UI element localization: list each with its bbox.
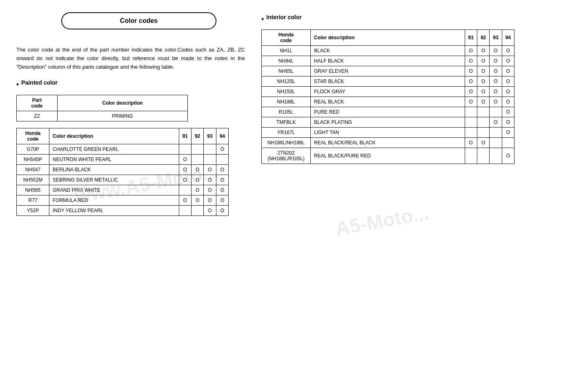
painted-bullet: • [16,81,19,88]
color-desc-header: Color description [58,95,188,111]
honda-code-cell: R77 [17,195,49,206]
int-year-94-cell: O [502,87,514,97]
int-year-93-cell [490,148,502,164]
int-color-desc-cell: BLACK [311,46,465,56]
int-year-92-cell: O [477,138,489,148]
table-row: Y52P INDY YELLOW PEARL O O [17,206,229,216]
year-91-cell [179,185,191,195]
int-year-94-cell [502,138,514,148]
int-color-desc-cell: REAL BLACK/PURE RED [311,148,465,164]
table-row: NH565 GRAND PRIX WHITE O O O [17,185,229,195]
int-year-92-cell [477,148,489,164]
left-panel: Color codes The color code at the end of… [16,12,245,224]
int-year-93-cell: O [490,66,502,76]
int-year-94-cell: O [502,56,514,66]
table-row: NH188L REAL BLACK O O O O [262,97,514,107]
int-year-94-cell: O [502,97,514,107]
year-92-cell [191,144,203,155]
color-desc-cell: SEBRING SILVER METALLIC [49,175,179,185]
part-code-header: Partcode [17,95,58,111]
year-94-cell: O [216,175,228,185]
int-year-92-cell [477,107,489,117]
int-year-91-cell: O [465,97,477,107]
honda-code-cell: NH552M [17,175,49,185]
table-row: YR167L LIGHT TAN O [262,128,514,138]
int-honda-code-header: Hondacode [262,30,311,46]
int-year-92-cell: O [477,46,489,56]
year-92-cell: O [191,165,203,175]
int-honda-code-cell: R105L [262,107,311,117]
table-row: G70P CHARLOTTE GREEN PEARL O [17,144,229,155]
honda-code-cell: Y52P [17,206,49,216]
year-93-cell: O [204,185,216,195]
year-92-header: 92 [191,128,203,144]
color-desc-cell: NEUTRON WHITE PEARL [49,155,179,165]
int-year-94-header: 94 [502,30,514,46]
year-93-cell [204,155,216,165]
year-92-cell [191,206,203,216]
int-year-92-cell [477,128,489,138]
int-year-93-cell [490,128,502,138]
color-desc-cell: PRIMING [58,111,188,121]
table-row: ZZ PRIMING [17,111,188,121]
table-row: NH120L STAR BLACK O O O O [262,76,514,87]
int-honda-code-cell: NH188L [262,97,311,107]
int-honda-code-cell: NH150L [262,87,311,97]
year-92-cell: O [191,195,203,206]
int-year-94-cell: O [502,66,514,76]
int-color-desc-cell: FLOCK GRAY [311,87,465,97]
table-row: 2TN202(NH188L/R105L) REAL BLACK/PURE RED… [262,148,514,164]
year-91-cell: O [179,175,191,185]
int-year-94-cell: O [502,107,514,117]
year-92-cell [191,155,203,165]
int-year-91-cell: O [465,56,477,66]
year-93-cell: O [204,175,216,185]
year-92-cell: O [191,185,203,195]
int-color-desc-cell: GRAY ELEVEN [311,66,465,76]
int-color-desc-cell: REAL BLACK/REAL BLACK [311,138,465,148]
int-color-desc-cell: BLACK PLATING [311,117,465,128]
painted-main-table: Hondacode Color description 91 92 93 94 … [16,128,229,216]
year-94-cell: O [216,144,228,155]
int-year-92-cell: O [477,87,489,97]
int-year-93-cell: O [490,46,502,56]
year-93-header: 93 [204,128,216,144]
int-honda-code-cell: NH84L [262,56,311,66]
int-honda-code-cell: 2TN202(NH188L/R105L) [262,148,311,164]
int-year-92-cell: O [477,56,489,66]
honda-code-cell: G70P [17,144,49,155]
year-94-cell: O [216,165,228,175]
honda-code-cell: NH547 [17,165,49,175]
part-code-table: Partcode Color description ZZ PRIMING [16,95,188,121]
color-desc-cell: BERLINA BLACK [49,165,179,175]
int-year-91-header: 91 [465,30,477,46]
int-honda-code-cell: NH188L/NH188L [262,138,311,148]
int-honda-code-cell: NH65L [262,66,311,76]
year-94-cell: O [216,195,228,206]
honda-code-header: Hondacode [17,128,49,144]
year-91-cell [179,206,191,216]
color-desc-cell: GRAND PRIX WHITE [49,185,179,195]
int-color-desc-cell: HALF BLACK [311,56,465,66]
int-year-93-cell: O [490,117,502,128]
int-year-93-cell: O [490,56,502,66]
int-year-93-cell [490,107,502,117]
right-panel: • Interior color Hondacode Color descrip… [261,12,572,172]
int-year-93-cell [490,138,502,148]
table-row: NH547 BERLINA BLACK O O O O [17,165,229,175]
interior-color-heading: Interior color [266,14,301,20]
year-93-cell: O [204,195,216,206]
int-year-91-cell: O [465,46,477,56]
int-color-desc-cell: REAL BLACK [311,97,465,107]
year-91-header: 91 [179,128,191,144]
int-honda-code-cell: TMFBLK [262,117,311,128]
table-row: TMFBLK BLACK PLATING O O [262,117,514,128]
year-91-cell: O [179,155,191,165]
int-year-91-cell: O [465,76,477,87]
table-row: NH188L/NH188L REAL BLACK/REAL BLACK O O [262,138,514,148]
int-year-94-cell: O [502,128,514,138]
table-row: NH1L BLACK O O O O [262,46,514,56]
int-year-94-cell: O [502,148,514,164]
year-94-header: 94 [216,128,228,144]
int-year-94-cell: O [502,76,514,87]
